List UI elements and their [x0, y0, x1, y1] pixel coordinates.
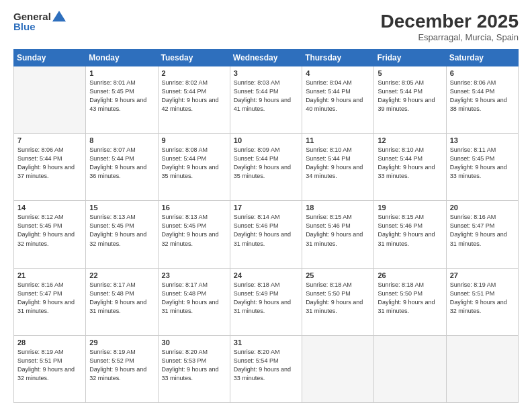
- day-number: 6: [450, 69, 515, 77]
- day-info: Sunrise: 8:15 AM Sunset: 5:46 PM Dayligh…: [306, 213, 370, 248]
- day-number: 22: [89, 271, 154, 279]
- day-number: 11: [306, 136, 370, 144]
- day-info: Sunrise: 8:01 AM Sunset: 5:45 PM Dayligh…: [89, 79, 154, 113]
- calendar-cell: 25Sunrise: 8:18 AM Sunset: 5:50 PM Dayli…: [302, 268, 374, 335]
- calendar-week-4: 21Sunrise: 8:16 AM Sunset: 5:47 PM Dayli…: [14, 268, 519, 335]
- day-info: Sunrise: 8:15 AM Sunset: 5:46 PM Dayligh…: [378, 213, 442, 248]
- day-info: Sunrise: 8:13 AM Sunset: 5:45 PM Dayligh…: [162, 213, 226, 248]
- calendar-cell: [302, 335, 374, 402]
- day-number: 7: [17, 136, 82, 144]
- day-number: 24: [234, 271, 298, 279]
- calendar-header-tuesday: Tuesday: [158, 50, 230, 66]
- calendar-cell: 4Sunrise: 8:04 AM Sunset: 5:44 PM Daylig…: [302, 66, 374, 134]
- day-number: 4: [306, 69, 370, 77]
- day-number: 12: [378, 136, 442, 144]
- calendar-week-1: 1Sunrise: 8:01 AM Sunset: 5:45 PM Daylig…: [14, 66, 519, 134]
- day-number: 20: [450, 203, 515, 212]
- calendar-cell: 14Sunrise: 8:12 AM Sunset: 5:45 PM Dayli…: [14, 201, 86, 268]
- day-info: Sunrise: 8:03 AM Sunset: 5:44 PM Dayligh…: [234, 79, 298, 113]
- calendar-table: SundayMondayTuesdayWednesdayThursdayFrid…: [13, 49, 519, 403]
- day-info: Sunrise: 8:04 AM Sunset: 5:44 PM Dayligh…: [306, 79, 370, 113]
- day-info: Sunrise: 8:06 AM Sunset: 5:44 PM Dayligh…: [17, 146, 82, 181]
- day-info: Sunrise: 8:18 AM Sunset: 5:49 PM Dayligh…: [234, 281, 298, 316]
- day-info: Sunrise: 8:20 AM Sunset: 5:53 PM Dayligh…: [162, 348, 226, 383]
- calendar-cell: 21Sunrise: 8:16 AM Sunset: 5:47 PM Dayli…: [14, 268, 86, 335]
- day-info: Sunrise: 8:13 AM Sunset: 5:45 PM Dayligh…: [89, 213, 154, 248]
- calendar-cell: 7Sunrise: 8:06 AM Sunset: 5:44 PM Daylig…: [14, 134, 86, 201]
- title-block: December 2025 Esparragal, Murcia, Spain: [381, 11, 519, 42]
- calendar-cell: 30Sunrise: 8:20 AM Sunset: 5:53 PM Dayli…: [158, 335, 230, 402]
- calendar-cell: 26Sunrise: 8:18 AM Sunset: 5:50 PM Dayli…: [374, 268, 446, 335]
- calendar-header-saturday: Saturday: [446, 50, 518, 66]
- logo-text: General Blue: [13, 11, 66, 33]
- calendar-cell: [446, 335, 518, 402]
- day-info: Sunrise: 8:17 AM Sunset: 5:48 PM Dayligh…: [89, 281, 154, 316]
- calendar-cell: 9Sunrise: 8:08 AM Sunset: 5:44 PM Daylig…: [158, 134, 230, 201]
- day-info: Sunrise: 8:06 AM Sunset: 5:44 PM Dayligh…: [450, 79, 515, 113]
- calendar-cell: 11Sunrise: 8:10 AM Sunset: 5:44 PM Dayli…: [302, 134, 374, 201]
- calendar-week-3: 14Sunrise: 8:12 AM Sunset: 5:45 PM Dayli…: [14, 201, 519, 268]
- calendar-cell: 13Sunrise: 8:11 AM Sunset: 5:45 PM Dayli…: [446, 134, 518, 201]
- day-info: Sunrise: 8:09 AM Sunset: 5:44 PM Dayligh…: [234, 146, 298, 181]
- day-info: Sunrise: 8:17 AM Sunset: 5:48 PM Dayligh…: [162, 281, 226, 316]
- day-number: 1: [89, 69, 154, 77]
- calendar-week-5: 28Sunrise: 8:19 AM Sunset: 5:51 PM Dayli…: [14, 335, 519, 402]
- calendar-header-thursday: Thursday: [302, 50, 374, 66]
- day-number: 25: [306, 271, 370, 279]
- calendar-header-monday: Monday: [86, 50, 158, 66]
- day-info: Sunrise: 8:19 AM Sunset: 5:51 PM Dayligh…: [17, 348, 82, 383]
- day-info: Sunrise: 8:10 AM Sunset: 5:44 PM Dayligh…: [306, 146, 370, 181]
- calendar-cell: 22Sunrise: 8:17 AM Sunset: 5:48 PM Dayli…: [86, 268, 158, 335]
- month-title: December 2025: [381, 11, 519, 32]
- logo-blue: Blue: [13, 21, 66, 33]
- day-number: 16: [162, 203, 226, 212]
- calendar-cell: 6Sunrise: 8:06 AM Sunset: 5:44 PM Daylig…: [446, 66, 518, 134]
- day-info: Sunrise: 8:14 AM Sunset: 5:46 PM Dayligh…: [234, 213, 298, 248]
- day-number: 5: [378, 69, 442, 77]
- day-info: Sunrise: 8:18 AM Sunset: 5:50 PM Dayligh…: [378, 281, 442, 316]
- calendar-cell: 3Sunrise: 8:03 AM Sunset: 5:44 PM Daylig…: [230, 66, 302, 134]
- logo-triangle-icon: [52, 11, 66, 21]
- day-number: 23: [162, 271, 226, 279]
- calendar-cell: 23Sunrise: 8:17 AM Sunset: 5:48 PM Dayli…: [158, 268, 230, 335]
- day-info: Sunrise: 8:10 AM Sunset: 5:44 PM Dayligh…: [378, 146, 442, 181]
- calendar-cell: [14, 66, 86, 134]
- day-number: 19: [378, 203, 442, 212]
- calendar-cell: 10Sunrise: 8:09 AM Sunset: 5:44 PM Dayli…: [230, 134, 302, 201]
- day-number: 13: [450, 136, 515, 144]
- location: Esparragal, Murcia, Spain: [381, 32, 519, 42]
- calendar-cell: 31Sunrise: 8:20 AM Sunset: 5:54 PM Dayli…: [230, 335, 302, 402]
- calendar-header-friday: Friday: [374, 50, 446, 66]
- day-info: Sunrise: 8:11 AM Sunset: 5:45 PM Dayligh…: [450, 146, 515, 181]
- day-number: 21: [17, 271, 82, 279]
- calendar-cell: 12Sunrise: 8:10 AM Sunset: 5:44 PM Dayli…: [374, 134, 446, 201]
- header: General Blue December 2025 Esparragal, M…: [13, 11, 519, 42]
- calendar-header-sunday: Sunday: [14, 50, 86, 66]
- calendar-cell: 2Sunrise: 8:02 AM Sunset: 5:44 PM Daylig…: [158, 66, 230, 134]
- calendar-header-wednesday: Wednesday: [230, 50, 302, 66]
- calendar-cell: 16Sunrise: 8:13 AM Sunset: 5:45 PM Dayli…: [158, 201, 230, 268]
- calendar-cell: 24Sunrise: 8:18 AM Sunset: 5:49 PM Dayli…: [230, 268, 302, 335]
- day-number: 18: [306, 203, 370, 212]
- calendar-cell: 1Sunrise: 8:01 AM Sunset: 5:45 PM Daylig…: [86, 66, 158, 134]
- day-info: Sunrise: 8:16 AM Sunset: 5:47 PM Dayligh…: [450, 213, 515, 248]
- day-info: Sunrise: 8:19 AM Sunset: 5:51 PM Dayligh…: [450, 281, 515, 316]
- day-number: 3: [234, 69, 298, 77]
- day-info: Sunrise: 8:16 AM Sunset: 5:47 PM Dayligh…: [17, 281, 82, 316]
- day-number: 31: [234, 338, 298, 347]
- calendar-cell: 17Sunrise: 8:14 AM Sunset: 5:46 PM Dayli…: [230, 201, 302, 268]
- day-number: 8: [89, 136, 154, 144]
- day-info: Sunrise: 8:18 AM Sunset: 5:50 PM Dayligh…: [306, 281, 370, 316]
- day-info: Sunrise: 8:07 AM Sunset: 5:44 PM Dayligh…: [89, 146, 154, 181]
- day-number: 15: [89, 203, 154, 212]
- calendar-cell: 27Sunrise: 8:19 AM Sunset: 5:51 PM Dayli…: [446, 268, 518, 335]
- page: General Blue December 2025 Esparragal, M…: [0, 0, 532, 411]
- calendar-cell: 28Sunrise: 8:19 AM Sunset: 5:51 PM Dayli…: [14, 335, 86, 402]
- day-info: Sunrise: 8:12 AM Sunset: 5:45 PM Dayligh…: [17, 213, 82, 248]
- svg-marker-0: [52, 11, 66, 21]
- calendar-week-2: 7Sunrise: 8:06 AM Sunset: 5:44 PM Daylig…: [14, 134, 519, 201]
- day-number: 2: [162, 69, 226, 77]
- logo: General Blue: [13, 11, 66, 33]
- calendar-cell: 19Sunrise: 8:15 AM Sunset: 5:46 PM Dayli…: [374, 201, 446, 268]
- day-number: 17: [234, 203, 298, 212]
